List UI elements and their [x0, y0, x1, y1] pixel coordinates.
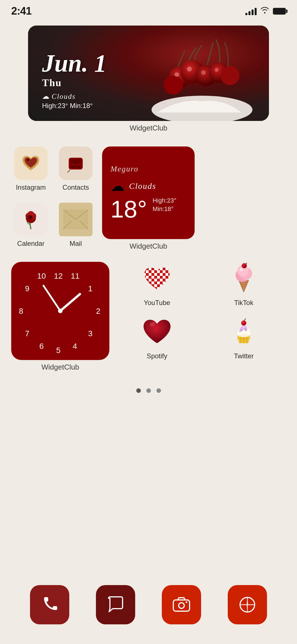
app-grid-row1: Instagram	[11, 146, 286, 251]
app-mail[interactable]: Mail	[56, 203, 95, 247]
clock-widget-container[interactable]: 12 1 2 3 4 5 6 7 8 9 10 11 WidgetClub	[11, 262, 109, 372]
contacts-label: Contacts	[63, 184, 89, 191]
svg-text:1: 1	[88, 284, 93, 293]
svg-text:5: 5	[56, 346, 61, 355]
clock-widget[interactable]: 12 1 2 3 4 5 6 7 8 9 10 11	[11, 262, 109, 360]
svg-text:3: 3	[88, 329, 93, 338]
weather-widget-container[interactable]: Meguro ☁ Clouds 18° High:23° Min:18° Wid…	[102, 146, 195, 251]
youtube-label: YouTube	[144, 299, 170, 307]
spotify-label: Spotify	[147, 352, 167, 360]
svg-point-11	[174, 72, 179, 77]
svg-point-30	[29, 216, 33, 219]
weather-temp: 18°	[110, 197, 147, 221]
calendar-date: Jun. 1	[42, 51, 107, 76]
status-bar: 2:41	[0, 0, 297, 20]
contacts-icon[interactable]	[59, 146, 93, 180]
calendar-weather: ☁ Clouds	[42, 92, 107, 101]
cherry-decoration	[112, 26, 269, 121]
clock-widget-label: WidgetClub	[42, 363, 79, 372]
calendar-day: Thu	[42, 77, 107, 89]
dock-messages[interactable]	[96, 585, 135, 624]
svg-point-75	[179, 603, 184, 608]
tiktok-icon[interactable]	[227, 262, 261, 295]
svg-point-12	[187, 67, 192, 72]
weather-widget[interactable]: Meguro ☁ Clouds 18° High:23° Min:18°	[102, 146, 195, 239]
small-apps-col: Instagram	[11, 146, 95, 247]
pagination-dots	[0, 388, 297, 393]
spotify-icon[interactable]	[140, 315, 174, 349]
svg-point-50	[58, 309, 63, 313]
weather-condition-label: Clouds	[129, 181, 156, 191]
app-contacts[interactable]: Contacts	[56, 146, 95, 191]
pagination-dot-2[interactable]	[146, 388, 151, 393]
svg-point-10	[220, 66, 240, 85]
youtube-icon[interactable]	[140, 262, 174, 295]
calendar-icon[interactable]	[14, 203, 48, 236]
instagram-icon[interactable]	[14, 146, 48, 180]
svg-point-15	[27, 159, 29, 161]
app-spotify[interactable]: Spotify	[137, 315, 177, 360]
svg-point-63	[240, 268, 243, 271]
svg-text:4: 4	[73, 342, 77, 350]
calendar-widget-label: WidgetClub	[14, 124, 283, 132]
twitter-label: Twitter	[234, 352, 254, 360]
pagination-dot-1[interactable]	[136, 388, 141, 393]
svg-text:11: 11	[71, 272, 79, 280]
svg-text:6: 6	[39, 342, 44, 350]
dock-phone[interactable]	[30, 585, 69, 624]
calendar-high: High:23°	[42, 102, 68, 109]
weather-widget-label: WidgetClub	[130, 242, 167, 251]
camera-icon	[172, 595, 191, 615]
twitter-icon[interactable]	[227, 315, 261, 349]
safari-icon	[238, 595, 257, 615]
pagination-dot-3[interactable]	[156, 388, 161, 393]
right-apps-row2: Spotify	[115, 315, 286, 360]
svg-point-76	[186, 601, 187, 603]
cloud-icon: ☁	[42, 92, 49, 101]
app-grid-row2: 12 1 2 3 4 5 6 7 8 9 10 11 WidgetClub	[11, 262, 286, 372]
weather-content: Meguro ☁ Clouds 18° High:23° Min:18°	[110, 164, 186, 221]
weather-condition-row: ☁ Clouds	[110, 178, 186, 194]
signal-icon	[245, 7, 257, 15]
status-time: 2:41	[11, 5, 31, 17]
weather-high: High:23°	[153, 197, 176, 204]
svg-point-13	[201, 70, 206, 75]
phone-icon	[40, 595, 59, 615]
svg-point-22	[72, 165, 73, 166]
svg-point-9	[164, 75, 183, 95]
messages-icon	[106, 595, 125, 615]
svg-point-21	[74, 161, 77, 164]
calendar-widget-container[interactable]: Jun. 1 Thu ☁ Clouds High:23° Min:18° Wid…	[14, 26, 283, 132]
weather-cloud-icon: ☁	[110, 178, 125, 194]
status-icons	[245, 6, 286, 16]
app-twitter[interactable]: Twitter	[224, 315, 263, 360]
dock	[11, 579, 286, 630]
svg-point-14	[215, 68, 218, 72]
svg-text:8: 8	[19, 307, 23, 315]
calendar-widget[interactable]: Jun. 1 Thu ☁ Clouds High:23° Min:18°	[28, 26, 269, 121]
clock-face-svg: 12 1 2 3 4 5 6 7 8 9 10 11	[15, 266, 105, 356]
svg-line-49	[43, 286, 60, 311]
svg-text:2: 2	[96, 307, 100, 315]
calendar-info: Jun. 1 Thu ☁ Clouds High:23° Min:18°	[42, 51, 107, 110]
battery-icon	[273, 8, 286, 15]
weather-bottom: 18° High:23° Min:18°	[110, 197, 186, 221]
svg-point-65	[242, 263, 247, 268]
app-youtube[interactable]: YouTube	[137, 262, 177, 307]
weather-location: Meguro	[110, 164, 186, 173]
dock-camera[interactable]	[162, 585, 201, 624]
tiktok-label: TikTok	[234, 299, 253, 307]
app-calendar[interactable]: Calendar	[11, 203, 50, 247]
weather-condition-text: Clouds	[52, 92, 76, 101]
wifi-icon	[261, 6, 269, 16]
svg-point-24	[78, 165, 79, 166]
apps-pair-2: Calendar Mail	[11, 203, 95, 247]
svg-text:7: 7	[25, 329, 29, 338]
calendar-label: Calendar	[17, 240, 44, 247]
dock-safari[interactable]	[228, 585, 267, 624]
mail-icon[interactable]	[59, 203, 93, 236]
app-tiktok[interactable]: TikTok	[224, 262, 263, 307]
app-instagram[interactable]: Instagram	[11, 146, 50, 191]
apps-pair-1: Instagram	[11, 146, 95, 191]
svg-text:10: 10	[37, 272, 46, 280]
